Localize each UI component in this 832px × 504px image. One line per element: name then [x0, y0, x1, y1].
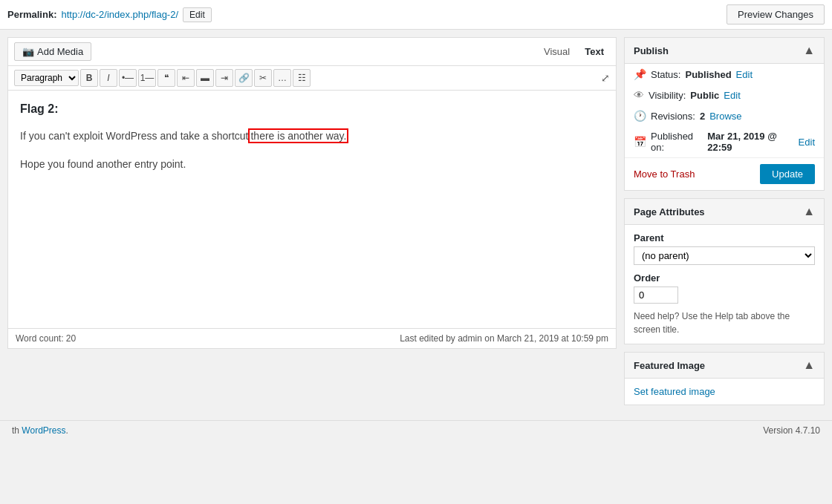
featured-image-label: Featured Image	[634, 360, 705, 371]
bold-button[interactable]: B	[80, 69, 98, 87]
bottom-bar: th WordPress. Version 4.7.10	[0, 420, 832, 440]
para1-highlight: there is another way.	[248, 128, 348, 143]
word-count-area: Word count: 20	[16, 333, 76, 344]
page-attributes-label: Page Attributes	[634, 206, 705, 217]
order-input[interactable]	[634, 287, 678, 304]
main-layout: 📷 Add Media Visual Text Paragraph B I •—…	[0, 30, 832, 420]
visual-text-tabs: Visual Text	[538, 43, 610, 60]
editor-footer: Word count: 20 Last edited by admin on M…	[8, 328, 616, 348]
publish-header-label: Publish	[634, 45, 669, 56]
add-media-label: Add Media	[37, 46, 83, 57]
para1-before: If you can't exploit WordPress and take …	[20, 130, 248, 142]
editor-container: 📷 Add Media Visual Text Paragraph B I •—…	[7, 37, 617, 349]
publish-status-row: 📌 Status: Published Edit	[625, 64, 824, 85]
unordered-list-button[interactable]: •—	[119, 69, 137, 87]
sidebar: Publish ▲ 📌 Status: Published Edit 👁 Vis…	[624, 37, 825, 413]
publish-date-row: 📅 Published on: Mar 21, 2019 @ 22:59 Edi…	[625, 126, 824, 157]
align-left-button[interactable]: ⇤	[177, 69, 195, 87]
revisions-count: 2	[700, 111, 705, 122]
content-paragraph-2: Hope you found another entry point.	[20, 156, 604, 172]
editor-toolbar-top: 📷 Add Media Visual Text	[8, 38, 616, 66]
visibility-icon: 👁	[634, 89, 644, 101]
status-label: Status:	[651, 69, 680, 80]
revisions-label: Revisions:	[651, 111, 695, 122]
format-toolbar: Paragraph B I •— 1— ❝ ⇤ ▬ ⇥ 🔗 ✂ … ☷ ⤢	[8, 66, 616, 91]
permalink-edit-button[interactable]: Edit	[183, 7, 212, 22]
publish-revisions-row: 🕐 Revisions: 2 Browse	[625, 105, 824, 126]
published-value: Mar 21, 2019 @ 22:59	[707, 131, 793, 153]
featured-image-header: Featured Image ▲	[625, 353, 824, 379]
published-label: Published on:	[651, 131, 703, 153]
content-paragraph-1: If you can't exploit WordPress and take …	[20, 128, 604, 144]
status-edit-link[interactable]: Edit	[736, 69, 753, 80]
move-to-trash-link[interactable]: Move to Trash	[634, 168, 695, 180]
page-attributes-content: Parent (no parent) Order Need help? Use …	[625, 225, 824, 344]
revisions-browse-link[interactable]: Browse	[709, 111, 741, 122]
italic-button[interactable]: I	[100, 69, 117, 87]
tab-text[interactable]: Text	[579, 43, 610, 60]
update-button[interactable]: Update	[760, 164, 815, 184]
last-edited-text: Last edited by admin on March 21, 2019 a…	[400, 333, 608, 344]
status-value: Published	[685, 69, 731, 80]
calendar-icon: 📅	[634, 136, 646, 148]
page-attributes-box: Page Attributes ▲ Parent (no parent) Ord…	[624, 198, 825, 344]
featured-image-content: Set featured image	[625, 379, 824, 405]
content-title: Flag 2:	[20, 99, 604, 119]
permalink-link[interactable]: http://dc-2/index.php/flag-2/	[61, 9, 178, 20]
publish-actions: Move to Trash Update	[625, 157, 824, 190]
featured-image-toggle-icon[interactable]: ▲	[803, 359, 815, 372]
add-media-icon: 📷	[22, 46, 34, 57]
permalink-area: Permalink: http://dc-2/index.php/flag-2/…	[7, 7, 212, 22]
published-edit-link[interactable]: Edit	[799, 137, 815, 148]
ordered-list-button[interactable]: 1—	[138, 69, 156, 87]
page-attributes-toggle-icon[interactable]: ▲	[803, 205, 815, 218]
tab-visual[interactable]: Visual	[538, 43, 576, 60]
word-count-label: Word count:	[16, 333, 63, 344]
parent-select[interactable]: (no parent)	[634, 246, 815, 265]
add-media-button[interactable]: 📷 Add Media	[14, 42, 91, 61]
version-text: Version 4.7.10	[763, 425, 820, 436]
permalink-label: Permalink:	[7, 9, 56, 20]
paragraph-select[interactable]: Paragraph	[14, 70, 79, 86]
preview-changes-button[interactable]: Preview Changes	[727, 4, 825, 24]
page-attributes-header: Page Attributes ▲	[625, 199, 824, 225]
align-right-button[interactable]: ⇥	[215, 69, 233, 87]
more-button[interactable]: …	[273, 69, 291, 87]
top-bar: Permalink: http://dc-2/index.php/flag-2/…	[0, 0, 832, 30]
wordpress-link[interactable]: WordPress	[22, 425, 65, 436]
footer-left: th WordPress.	[12, 425, 68, 436]
visibility-value: Public	[690, 90, 719, 101]
visibility-edit-link[interactable]: Edit	[724, 90, 740, 101]
publish-box-header: Publish ▲	[625, 38, 824, 64]
publish-box: Publish ▲ 📌 Status: Published Edit 👁 Vis…	[624, 37, 825, 191]
fullscreen-button[interactable]: ⤢	[601, 72, 610, 84]
publish-visibility-row: 👁 Visibility: Public Edit	[625, 85, 824, 105]
unlink-button[interactable]: ✂	[254, 69, 272, 87]
blockquote-button[interactable]: ❝	[157, 69, 175, 87]
align-center-button[interactable]: ▬	[196, 69, 214, 87]
set-featured-image-link[interactable]: Set featured image	[634, 386, 715, 397]
attr-help-text: Need help? Use the Help tab above the sc…	[634, 310, 815, 336]
status-icon: 📌	[634, 68, 646, 80]
editor-content[interactable]: Flag 2: If you can't exploit WordPress a…	[8, 91, 616, 328]
featured-image-box: Featured Image ▲ Set featured image	[624, 352, 825, 405]
table-button[interactable]: ☷	[293, 69, 311, 87]
word-count-value: 20	[66, 333, 76, 344]
link-button[interactable]: 🔗	[235, 69, 253, 87]
footer-left-text: th	[12, 425, 19, 436]
parent-label: Parent	[634, 232, 815, 243]
visibility-label: Visibility:	[649, 90, 686, 101]
publish-toggle-icon[interactable]: ▲	[803, 44, 815, 57]
revisions-icon: 🕐	[634, 110, 646, 122]
order-label: Order	[634, 272, 815, 284]
